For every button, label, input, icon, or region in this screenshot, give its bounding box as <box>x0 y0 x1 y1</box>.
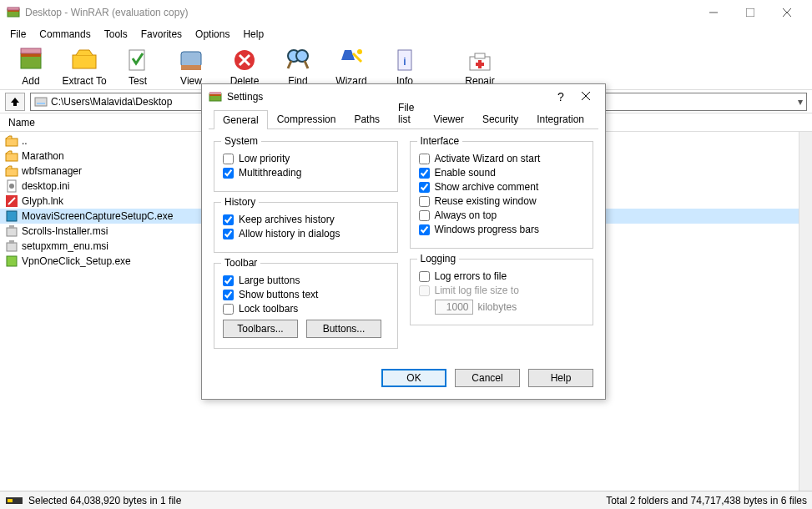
checkbox-show-buttons-text[interactable]: Show buttons text <box>223 289 389 300</box>
checkbox-large-buttons[interactable]: Large buttons <box>223 275 389 286</box>
test-icon <box>124 47 151 73</box>
checkbox-allow-history-dialogs[interactable]: Allow history in dialogs <box>223 228 389 239</box>
svg-point-35 <box>9 184 14 189</box>
column-name[interactable]: Name <box>5 115 38 130</box>
msi-icon <box>5 239 18 253</box>
info-button[interactable]: iInfo <box>381 47 429 87</box>
svg-rect-10 <box>73 55 96 68</box>
exe-icon <box>5 254 18 268</box>
address-path: C:\Users\Malavida\Desktop <box>51 96 172 108</box>
add-button[interactable]: Add <box>7 47 55 87</box>
drive-icon <box>34 95 48 108</box>
status-bar: Selected 64,038,920 bytes in 1 file Tota… <box>0 491 812 509</box>
dialog-tabs: General Compression Paths File list View… <box>209 109 598 129</box>
dialog-help-button[interactable]: ? <box>548 90 573 103</box>
log-size-input <box>435 300 473 315</box>
extract-button[interactable]: Extract To <box>60 47 108 87</box>
menu-help[interactable]: Help <box>236 27 270 42</box>
menubar: File Commands Tools Favorites Options He… <box>0 25 812 43</box>
svg-text:i: i <box>403 56 406 68</box>
dialog-title: Settings <box>227 91 548 103</box>
menu-favorites[interactable]: Favorites <box>134 27 189 42</box>
checkbox-enable-sound[interactable]: Enable sound <box>419 167 585 179</box>
repair-icon <box>467 47 493 73</box>
group-toolbar: Toolbar Large buttons Show buttons text … <box>214 263 398 349</box>
checkbox-activate-wizard[interactable]: Activate Wizard on start <box>419 153 585 164</box>
tab-paths[interactable]: Paths <box>345 109 389 129</box>
add-icon <box>18 47 44 73</box>
tab-integration[interactable]: Integration <box>527 109 593 129</box>
winrar-icon <box>209 90 222 103</box>
test-button[interactable]: Test <box>113 47 162 87</box>
group-interface: Interface Activate Wizard on start Enabl… <box>410 141 594 249</box>
svg-rect-42 <box>7 256 17 266</box>
log-size-unit: kilobytes <box>478 301 517 313</box>
svg-rect-2 <box>8 8 19 10</box>
svg-rect-26 <box>475 53 485 58</box>
checkbox-multithreading[interactable]: Multithreading <box>223 167 389 179</box>
dialog-close-button[interactable] <box>573 91 598 103</box>
menu-options[interactable]: Options <box>189 27 236 42</box>
svg-line-21 <box>353 53 361 62</box>
tab-security[interactable]: Security <box>473 109 527 129</box>
shortcut-icon <box>5 194 18 208</box>
ok-button[interactable]: OK <box>381 369 446 387</box>
help-button[interactable]: Help <box>528 369 593 387</box>
checkbox-progress-bars[interactable]: Windows progress bars <box>419 224 585 235</box>
up-arrow-icon <box>9 96 21 108</box>
maximize-button[interactable] <box>732 0 769 25</box>
checkbox-lock-toolbars[interactable]: Lock toolbars <box>223 303 389 315</box>
wizard-button[interactable]: Wizard <box>327 47 376 87</box>
buttons-button[interactable]: Buttons... <box>306 320 381 338</box>
up-button[interactable] <box>5 93 25 111</box>
svg-point-18 <box>296 50 308 62</box>
dialog-body: System Low priority Multithreading Histo… <box>202 129 605 360</box>
view-icon <box>178 47 204 73</box>
view-button[interactable]: View <box>167 47 215 87</box>
folder-icon <box>5 149 18 163</box>
msi-icon <box>5 224 18 238</box>
folder-icon <box>5 164 18 178</box>
menu-commands[interactable]: Commands <box>33 27 97 42</box>
tab-filelist[interactable]: File list <box>389 98 424 129</box>
checkbox-reuse-window[interactable]: Reuse existing window <box>419 195 585 207</box>
svg-rect-47 <box>209 92 221 94</box>
checkbox-keep-history[interactable]: Keep archives history <box>223 214 389 225</box>
menu-file[interactable]: File <box>3 27 33 42</box>
checkbox-limit-log-size: Limit log file size to <box>419 285 585 296</box>
checkbox-always-on-top[interactable]: Always on top <box>419 209 585 221</box>
tab-viewer[interactable]: Viewer <box>424 109 472 129</box>
repair-button[interactable]: Repair <box>456 47 504 87</box>
svg-rect-31 <box>6 139 18 146</box>
svg-rect-13 <box>181 65 201 70</box>
svg-point-22 <box>357 49 362 54</box>
status-left: Selected 64,038,920 bytes in 1 file <box>28 495 181 506</box>
tab-compression[interactable]: Compression <box>268 109 345 129</box>
close-button[interactable] <box>769 0 805 25</box>
menu-tools[interactable]: Tools <box>98 27 134 42</box>
svg-rect-33 <box>6 169 18 176</box>
svg-rect-9 <box>21 48 41 53</box>
cancel-button[interactable]: Cancel <box>455 369 520 387</box>
svg-line-19 <box>288 61 291 68</box>
find-button[interactable]: Find <box>274 47 322 87</box>
chevron-down-icon[interactable]: ▾ <box>798 96 803 108</box>
minimize-button[interactable] <box>695 0 732 25</box>
status-right: Total 2 folders and 74,717,438 bytes in … <box>606 495 807 506</box>
winrar-icon <box>7 6 20 19</box>
checkbox-show-comment[interactable]: Show archive comment <box>419 181 585 193</box>
checkbox-log-errors[interactable]: Log errors to file <box>419 270 585 282</box>
tab-general[interactable]: General <box>214 110 268 129</box>
group-history: History Keep archives history Allow hist… <box>214 202 398 253</box>
svg-rect-32 <box>6 154 18 161</box>
wizard-icon <box>338 47 365 73</box>
status-icon <box>5 495 23 506</box>
svg-rect-39 <box>9 225 14 229</box>
toolbars-button[interactable]: Toolbars... <box>223 320 298 338</box>
svg-rect-29 <box>35 98 47 106</box>
folder-up-icon <box>5 134 18 148</box>
checkbox-low-priority[interactable]: Low priority <box>223 153 389 164</box>
svg-rect-12 <box>181 52 201 67</box>
scrollbar[interactable] <box>799 132 812 491</box>
delete-button[interactable]: Delete <box>220 47 269 87</box>
